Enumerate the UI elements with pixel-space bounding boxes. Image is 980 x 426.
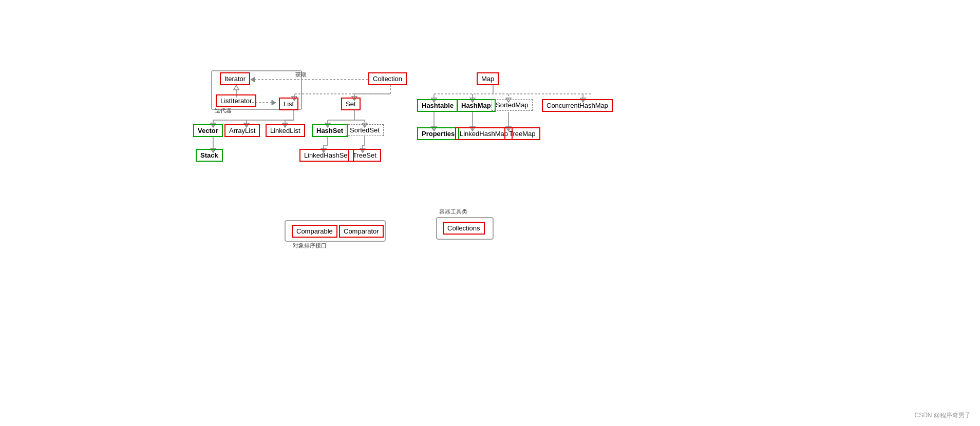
node-collections: Collections bbox=[443, 222, 485, 235]
node-arraylist: ArrayList bbox=[224, 124, 260, 137]
node-treemap: TreeMap bbox=[504, 127, 540, 140]
node-iterator: Iterator bbox=[220, 72, 250, 85]
diagram-container: 迭代器 获取 bbox=[0, 0, 980, 426]
node-hashset: HashSet bbox=[312, 124, 348, 137]
node-linkedlist: LinkedList bbox=[266, 124, 305, 137]
node-sortedset: SortedSet bbox=[346, 124, 384, 136]
watermark: CSDN @程序奇男子 bbox=[914, 411, 971, 420]
node-collection: Collection bbox=[368, 72, 407, 85]
node-properties: Properties bbox=[417, 127, 459, 140]
node-comparable: Comparable bbox=[292, 225, 337, 238]
node-concurrenthashmap: ConcurrentHashMap bbox=[542, 99, 613, 112]
node-list: List bbox=[279, 98, 298, 110]
node-sortedmap: SortedMap bbox=[492, 99, 533, 111]
svg-marker-11 bbox=[251, 77, 255, 82]
node-map: Map bbox=[477, 72, 499, 85]
node-vector: Vector bbox=[193, 124, 223, 137]
node-hashtable: Hashtable bbox=[417, 99, 458, 112]
node-treeset: TreeSet bbox=[348, 149, 381, 162]
node-linkedhashset: LinkedHashSet bbox=[299, 149, 354, 162]
node-comparator: Comparator bbox=[339, 225, 384, 238]
connector-svg: 迭代器 获取 bbox=[0, 0, 980, 426]
svg-text:迭代器: 迭代器 bbox=[215, 107, 232, 113]
svg-text:对象排序接口: 对象排序接口 bbox=[293, 242, 327, 248]
svg-text:获取: 获取 bbox=[295, 71, 307, 78]
node-set: Set bbox=[341, 98, 361, 110]
node-listiterator: ListIterator bbox=[216, 94, 256, 107]
svg-marker-62 bbox=[272, 100, 276, 105]
svg-text:容器工具类: 容器工具类 bbox=[439, 208, 467, 215]
node-stack: Stack bbox=[196, 149, 223, 162]
node-hashmap: HashMap bbox=[457, 99, 496, 112]
svg-marker-60 bbox=[234, 85, 239, 90]
